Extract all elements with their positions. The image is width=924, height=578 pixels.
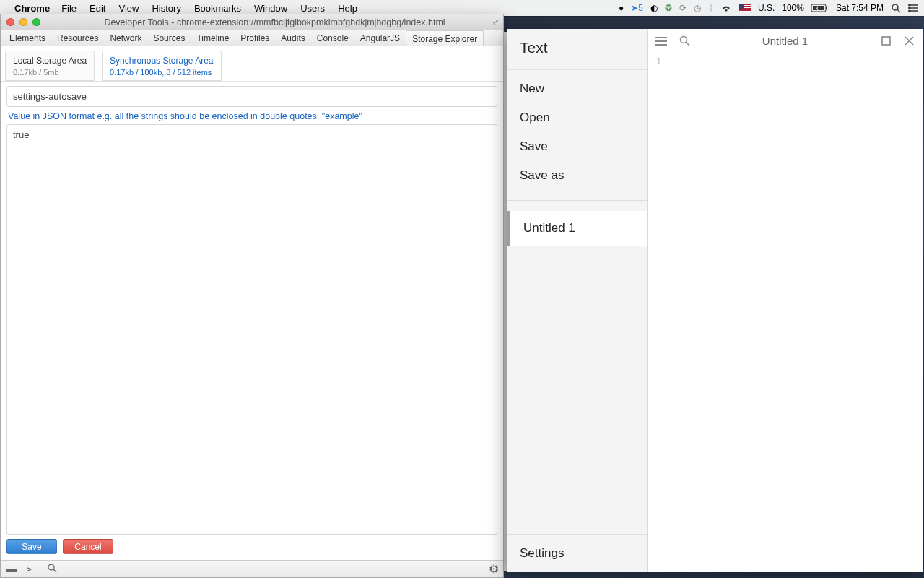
- input-source-flag-icon[interactable]: [739, 4, 751, 12]
- svg-point-9: [909, 7, 911, 9]
- tab-timeline[interactable]: Timeline: [191, 30, 235, 46]
- sidebar-toggle-icon[interactable]: [655, 35, 668, 48]
- svg-point-13: [48, 564, 54, 570]
- footer-search-icon[interactable]: [45, 564, 58, 575]
- window-traffic-lights: [1, 18, 46, 26]
- text-app-sidebar: Text New Open Save Save as Untitled 1 Se…: [507, 29, 648, 572]
- storage-value-hint: Value in JSON format e.g. all the string…: [8, 111, 496, 121]
- menu-settings[interactable]: Settings: [507, 534, 647, 572]
- cursor-status-count: 5: [638, 3, 643, 13]
- storage-area-local-title: Local Storage Area: [13, 56, 87, 66]
- svg-point-8: [909, 4, 911, 7]
- spotlight-icon[interactable]: [891, 3, 901, 13]
- window-close-button[interactable]: [6, 18, 14, 26]
- svg-rect-20: [882, 37, 890, 45]
- status-dot-icon[interactable]: ●: [619, 3, 624, 13]
- menu-save-as[interactable]: Save as: [507, 161, 647, 190]
- close-icon[interactable]: [902, 35, 915, 48]
- cancel-button[interactable]: Cancel: [63, 539, 113, 554]
- svg-rect-12: [6, 569, 17, 572]
- console-prompt-icon[interactable]: >_: [25, 564, 38, 574]
- devtools-titlebar[interactable]: Developer Tools - chrome-extension://mmf…: [1, 14, 503, 30]
- window-expand-icon[interactable]: ⤢: [492, 17, 499, 27]
- text-app-main: Untitled 1 1: [648, 29, 923, 572]
- menubar-clock[interactable]: Sat 7:54 PM: [836, 3, 884, 13]
- status-clock-icon[interactable]: ◷: [694, 3, 701, 13]
- text-app-toolbar: Untitled 1: [648, 29, 923, 53]
- input-source-label[interactable]: U.S.: [758, 3, 775, 13]
- devtools-footer: >_ ⚙: [1, 560, 503, 577]
- tab-console[interactable]: Console: [311, 30, 354, 46]
- tab-elements[interactable]: Elements: [4, 30, 51, 46]
- menubar-app-name[interactable]: Chrome: [14, 3, 50, 14]
- svg-line-14: [53, 569, 56, 572]
- storage-area-selector: Local Storage Area 0.17kb / 5mb Synchron…: [1, 46, 503, 82]
- window-minimize-button[interactable]: [19, 18, 27, 26]
- maximize-icon[interactable]: [879, 35, 892, 48]
- storage-area-sync[interactable]: Synchronous Storage Area 0.17kb / 100kb,…: [102, 51, 221, 81]
- menubar-item-users[interactable]: Users: [300, 3, 325, 14]
- tab-storage-explorer[interactable]: Storage Explorer: [406, 30, 484, 46]
- editor-textarea[interactable]: [666, 53, 923, 572]
- battery-percentage: 100%: [782, 3, 804, 13]
- save-button[interactable]: Save: [6, 539, 57, 554]
- menubar-item-window[interactable]: Window: [254, 3, 287, 14]
- battery-icon[interactable]: [811, 4, 829, 12]
- menubar-item-edit[interactable]: Edit: [90, 3, 105, 14]
- storage-area-sync-title: Synchronous Storage Area: [110, 56, 213, 66]
- svg-point-3: [892, 4, 898, 10]
- text-app-window: Text New Open Save Save as Untitled 1 Se…: [507, 29, 923, 572]
- menubar-item-file[interactable]: File: [61, 3, 77, 14]
- status-circle-icon[interactable]: ◐: [650, 3, 658, 13]
- menu-new[interactable]: New: [507, 74, 647, 103]
- text-app-title: Text: [507, 29, 647, 65]
- menubar-item-bookmarks[interactable]: Bookmarks: [194, 3, 241, 14]
- cursor-status-icon[interactable]: ➤ 5: [631, 3, 643, 13]
- storage-editor-body: Value in JSON format e.g. all the string…: [1, 82, 503, 560]
- document-title: Untitled 1: [701, 35, 869, 47]
- storage-key-input[interactable]: [6, 86, 497, 107]
- storage-value-input[interactable]: [6, 124, 497, 535]
- svg-rect-2: [813, 6, 824, 10]
- status-sync-icon[interactable]: ⟳: [679, 3, 687, 13]
- tab-resources[interactable]: Resources: [51, 30, 104, 46]
- window-zoom-button[interactable]: [32, 18, 40, 26]
- tab-profiles[interactable]: Profiles: [235, 30, 275, 46]
- menubar-item-history[interactable]: History: [152, 3, 180, 14]
- storage-editor-buttons: Save Cancel: [6, 535, 497, 558]
- editor-area: 1: [648, 53, 923, 572]
- macos-menubar: Chrome File Edit View History Bookmarks …: [0, 0, 924, 16]
- svg-line-19: [686, 43, 689, 46]
- menu-save[interactable]: Save: [507, 132, 647, 161]
- devtools-tabbar: Elements Resources Network Sources Timel…: [1, 30, 503, 46]
- menubar-item-help[interactable]: Help: [338, 3, 357, 14]
- status-globe-icon[interactable]: ❂: [665, 3, 672, 13]
- svg-rect-1: [826, 7, 827, 9]
- drawer-toggle-icon[interactable]: [5, 564, 18, 574]
- storage-area-local-usage: 0.17kb / 5mb: [13, 68, 87, 77]
- tab-network[interactable]: Network: [104, 30, 147, 46]
- tab-angularjs[interactable]: AngularJS: [354, 30, 406, 46]
- editor-gutter: 1: [648, 53, 666, 572]
- notification-center-icon[interactable]: [908, 4, 918, 12]
- menubar-status-area: ● ➤ 5 ◐ ❂ ⟳ ◷ ᛒ U.S. 100% Sat 7:54 PM: [619, 3, 918, 13]
- devtools-settings-icon[interactable]: ⚙: [489, 562, 499, 576]
- svg-point-18: [680, 37, 687, 43]
- open-file-item[interactable]: Untitled 1: [507, 211, 647, 246]
- tab-audits[interactable]: Audits: [275, 30, 310, 46]
- devtools-window-title: Developer Tools - chrome-extension://mmf…: [46, 17, 503, 27]
- tab-sources[interactable]: Sources: [147, 30, 191, 46]
- menu-open[interactable]: Open: [507, 103, 647, 132]
- bluetooth-icon[interactable]: ᛒ: [708, 3, 713, 13]
- open-files-list: Untitled 1: [507, 211, 647, 534]
- svg-point-10: [909, 10, 911, 12]
- storage-area-sync-usage: 0.17kb / 100kb, 8 / 512 items: [110, 68, 213, 77]
- storage-area-local[interactable]: Local Storage Area 0.17kb / 5mb: [5, 51, 95, 81]
- wifi-icon[interactable]: [720, 4, 732, 12]
- svg-line-4: [897, 9, 900, 12]
- gutter-line-number: 1: [648, 56, 661, 66]
- search-icon[interactable]: [678, 35, 691, 48]
- devtools-window: Developer Tools - chrome-extension://mmf…: [0, 14, 504, 578]
- menubar-item-view[interactable]: View: [118, 3, 139, 14]
